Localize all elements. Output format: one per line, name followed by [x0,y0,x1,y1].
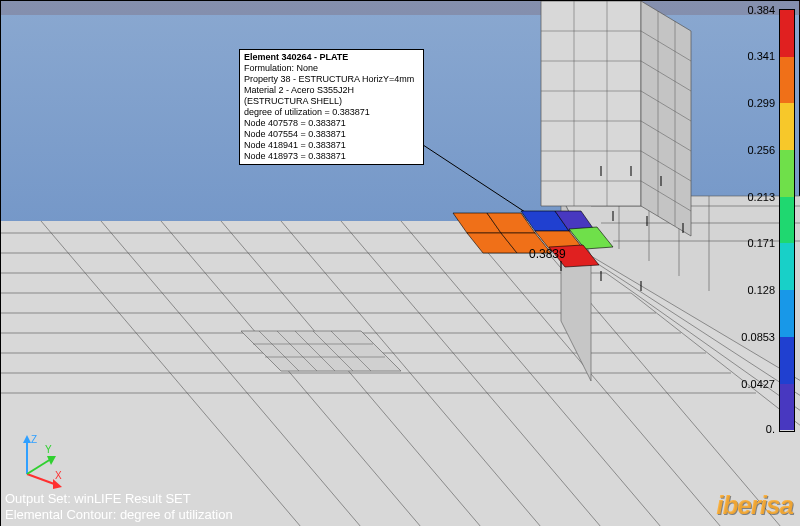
tooltip-line: Formulation: None [244,63,419,74]
legend-tick: 0.0853 [741,331,775,343]
legend-seg [780,384,794,431]
legend-tick: 0.341 [747,50,775,62]
legend-seg [780,103,794,150]
legend-seg [780,243,794,290]
legend-tick: 0.256 [747,144,775,156]
tooltip-line: Property 38 - ESTRUCTURA HorizY=4mm [244,74,419,85]
svg-marker-78 [23,435,31,443]
contour-label: Elemental Contour: degree of utilization [5,507,233,523]
tooltip-title: Element 340264 - PLATE [244,52,419,63]
legend-seg [780,10,794,57]
output-set-label: Output Set: winLIFE Result SET [5,491,233,507]
watermark-logo: iberisa [716,490,793,521]
legend-seg [780,57,794,104]
legend-tick: 0.213 [747,191,775,203]
element-value-annotation: 0.3839 [529,247,566,261]
tooltip-line: Node 407578 = 0.383871 [244,118,419,129]
svg-marker-41 [541,1,641,206]
fem-viewport[interactable]: 0.3839 Element 340264 - PLATE Formulatio… [0,0,800,526]
legend-tick: 0.171 [747,237,775,249]
viewport-footer: Output Set: winLIFE Result SET Elemental… [5,491,233,523]
legend-tick: 0.384 [747,4,775,16]
tooltip-line: degree of utilization = 0.383871 [244,107,419,118]
axis-triad[interactable]: Z X Y [7,429,67,489]
legend-tick: 0.299 [747,97,775,109]
tooltip-line: Material 2 - Acero S355J2H (ESTRUCTURA S… [244,85,419,107]
axis-z-label: Z [31,434,37,445]
axis-x-label: X [55,470,62,481]
axis-y-label: Y [45,444,52,455]
legend-seg [780,290,794,337]
legend-seg [780,197,794,244]
legend-bar [779,9,795,432]
color-legend: 0.384 0.341 0.299 0.256 0.213 0.171 0.12… [745,5,795,435]
tooltip-line: Node 407554 = 0.383871 [244,129,419,140]
element-tooltip: Element 340264 - PLATE Formulation: None… [239,49,424,165]
legend-tick: 0.128 [747,284,775,296]
legend-seg [780,150,794,197]
svg-line-81 [27,459,51,474]
legend-tick: 0. [766,423,775,435]
tooltip-line: Node 418941 = 0.383871 [244,140,419,151]
legend-tick: 0.0427 [741,378,775,390]
legend-seg [780,337,794,384]
svg-marker-42 [641,1,691,236]
svg-line-79 [27,474,57,485]
tooltip-line: Node 418973 = 0.383871 [244,151,419,162]
